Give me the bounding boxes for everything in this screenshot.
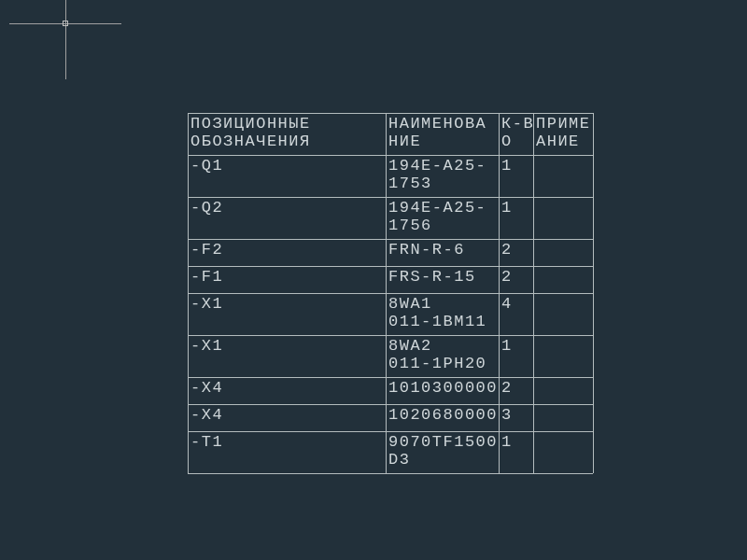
col-header-name: НАИМЕНОВА НИЕ bbox=[386, 114, 498, 154]
cell-pos: -X4 bbox=[188, 378, 385, 403]
cell-note bbox=[533, 156, 591, 196]
cell-pos: -F1 bbox=[188, 267, 385, 292]
cell-pos: -X4 bbox=[188, 405, 385, 430]
cell-note bbox=[533, 336, 591, 376]
grid-line bbox=[593, 113, 594, 473]
cell-name: 8WA2 011-1PH20 bbox=[386, 336, 498, 376]
cell-name: 1010300000 bbox=[386, 378, 498, 403]
cell-name: 8WA1 011-1BM11 bbox=[386, 294, 498, 334]
cell-name: 194E-A25- 1756 bbox=[386, 198, 498, 238]
cell-name: FRS-R-15 bbox=[386, 267, 498, 292]
cell-note bbox=[533, 240, 591, 265]
cell-pos: -X1 bbox=[188, 294, 385, 334]
cell-qty: 1 bbox=[499, 432, 532, 472]
cad-canvas[interactable]: ПОЗИЦИОННЫЕ ОБОЗНАЧЕНИЯНАИМЕНОВА НИЕК-В … bbox=[0, 0, 747, 560]
cell-name: 9070TF1500 D3 bbox=[386, 432, 498, 472]
cell-note bbox=[533, 267, 591, 292]
cell-pos: -F2 bbox=[188, 240, 385, 265]
cell-qty: 1 bbox=[499, 198, 532, 238]
cell-pos: -T1 bbox=[188, 432, 385, 472]
col-header-note: ПРИМЕЧ АНИЕ bbox=[533, 114, 591, 154]
cell-qty: 2 bbox=[499, 378, 532, 403]
grid-line bbox=[188, 473, 593, 474]
bom-table: ПОЗИЦИОННЫЕ ОБОЗНАЧЕНИЯНАИМЕНОВА НИЕК-В … bbox=[188, 113, 593, 473]
cell-qty: 2 bbox=[499, 240, 532, 265]
cell-qty: 1 bbox=[499, 336, 532, 376]
cell-note bbox=[533, 198, 591, 238]
cell-note bbox=[533, 378, 591, 403]
col-header-pos: ПОЗИЦИОННЫЕ ОБОЗНАЧЕНИЯ bbox=[188, 114, 385, 154]
col-header-qty: К-В О bbox=[499, 114, 532, 154]
cell-pos: -Q2 bbox=[188, 198, 385, 238]
cell-qty: 2 bbox=[499, 267, 532, 292]
cell-qty: 3 bbox=[499, 405, 532, 430]
cell-qty: 4 bbox=[499, 294, 532, 334]
cell-pos: -X1 bbox=[188, 336, 385, 376]
cell-name: FRN-R-6 bbox=[386, 240, 498, 265]
cell-note bbox=[533, 294, 591, 334]
cell-name: 1020680000 bbox=[386, 405, 498, 430]
cell-pos: -Q1 bbox=[188, 156, 385, 196]
cell-note bbox=[533, 405, 591, 430]
cell-qty: 1 bbox=[499, 156, 532, 196]
cell-name: 194E-A25- 1753 bbox=[386, 156, 498, 196]
cell-note bbox=[533, 432, 591, 472]
